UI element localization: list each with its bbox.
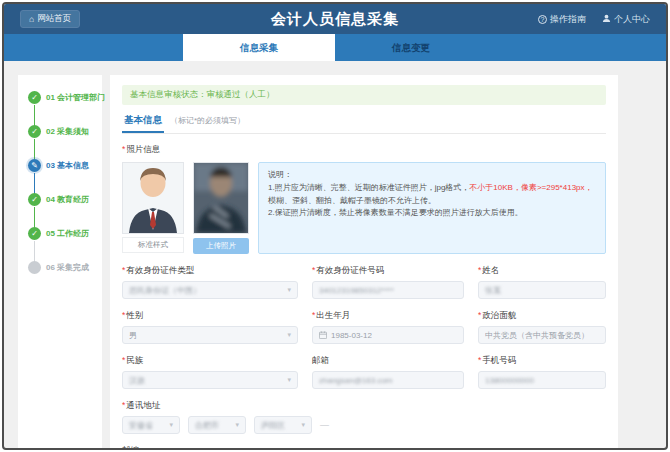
- name-value: 张某: [485, 285, 501, 296]
- form-row-1: *有效身份证件类型 居民身份证（中国） ▾ *有效身份证件号码 34012319…: [122, 265, 606, 299]
- guide-label: 操作指南: [550, 13, 586, 26]
- user-icon: [602, 14, 611, 25]
- upload-photo-button[interactable]: 上传照片: [193, 238, 249, 254]
- step-basic-info[interactable]: ✎ 03 基本信息: [28, 159, 96, 172]
- district-value: 庐阳区: [261, 420, 285, 431]
- address-label: 通讯地址: [126, 400, 160, 410]
- phone-input[interactable]: 13800000000: [478, 371, 606, 389]
- name-label: 姓名: [482, 265, 499, 275]
- step-work-history[interactable]: ✓ 05 工作经历: [28, 227, 96, 240]
- politics-label: 政治面貌: [482, 310, 516, 320]
- personal-center-label: 个人中心: [614, 13, 650, 26]
- tab-info-collect[interactable]: 信息采集: [183, 34, 335, 61]
- chevron-down-icon: ▾: [287, 331, 291, 339]
- step-label: 05 工作经历: [46, 228, 89, 239]
- home-button[interactable]: ⌂ 网站首页: [20, 10, 80, 28]
- audit-status-banner: 基本信息审核状态：审核通过（人工）: [122, 85, 606, 105]
- section-tab-row: 基本信息 （标记*的必须填写）: [122, 114, 606, 134]
- id-type-field: *有效身份证件类型 居民身份证（中国） ▾: [122, 265, 298, 299]
- gender-select[interactable]: 男 ▾: [122, 326, 298, 344]
- gender-value: 男: [129, 330, 137, 341]
- birth-date-input[interactable]: 1985-03-12: [312, 326, 464, 344]
- note-line-2: 2.保证照片清晰度，禁止将像素数量不满足要求的照片进行放大后使用。: [268, 207, 596, 220]
- gender-field: *性别 男 ▾: [122, 310, 298, 344]
- id-number-label: 有效身份证件号码: [316, 265, 384, 275]
- email-value: zhangsan@163.com: [319, 376, 393, 385]
- chevron-down-icon: ▾: [169, 421, 173, 429]
- form-row-address: *通讯地址 安徽省 ▾ 合肥市 ▾ 庐阳区 ▾: [122, 400, 606, 434]
- city-value: 合肥市: [195, 420, 219, 431]
- check-icon: ✓: [28, 91, 41, 104]
- step-complete: 06 采集完成: [28, 261, 96, 274]
- id-type-value: 居民身份证（中国）: [129, 285, 201, 296]
- note-line-1: 1.照片应为清晰、完整、近期的标准证件照片，jpg格式，不小于10KB，像素>=…: [268, 182, 596, 208]
- home-button-label: 网站首页: [37, 13, 71, 25]
- name-input[interactable]: 张某: [478, 281, 606, 299]
- photo-info-label: *照片信息: [122, 144, 606, 156]
- sample-photo-caption: 标准样式: [122, 237, 184, 253]
- id-type-select[interactable]: 居民身份证（中国） ▾: [122, 281, 298, 299]
- address-city-select[interactable]: 合肥市 ▾: [188, 416, 246, 434]
- postcode-field: 邮编 230000: [122, 445, 606, 448]
- check-icon: ✓: [28, 193, 41, 206]
- photo-instructions: 说明： 1.照片应为清晰、完整、近期的标准证件照片，jpg格式，不小于10KB，…: [258, 162, 606, 254]
- step-accounting-dept[interactable]: ✓ 01 会计管理部门: [28, 91, 96, 104]
- user-photo-column: 上传照片: [193, 162, 249, 254]
- note-title: 说明：: [268, 169, 596, 182]
- postcode-label: 邮编: [122, 445, 139, 448]
- personal-center-link[interactable]: 个人中心: [602, 13, 650, 26]
- address-province-select[interactable]: 安徽省 ▾: [122, 416, 180, 434]
- home-icon: ⌂: [29, 14, 34, 24]
- check-icon: ✓: [28, 227, 41, 240]
- address-controls: 安徽省 ▾ 合肥市 ▾ 庐阳区 ▾ —: [122, 416, 606, 434]
- nation-label: 民族: [126, 355, 143, 365]
- step-label: 02 采集须知: [46, 126, 89, 137]
- note-red-text: 不小于10KB，像素>=295*413px，: [469, 183, 592, 192]
- politics-value: 中共党员（含中共预备党员）: [485, 330, 589, 341]
- nation-field: *民族 汉族 ▾: [122, 355, 298, 389]
- basic-info-panel: 基本信息审核状态：审核通过（人工） 基本信息 （标记*的必须填写） *照片信息: [110, 75, 618, 448]
- form-row-2: *性别 男 ▾ *出生年月 1985-03-12: [122, 310, 606, 344]
- edit-icon: ✎: [28, 159, 41, 172]
- header-links: ? 操作指南 个人中心: [538, 13, 650, 26]
- chevron-down-icon: ▾: [287, 376, 291, 384]
- province-value: 安徽省: [129, 420, 153, 431]
- step-label: 01 会计管理部门: [46, 92, 105, 103]
- address-district-select[interactable]: 庐阳区 ▾: [254, 416, 312, 434]
- photo-section: 标准样式: [122, 162, 606, 254]
- politics-select[interactable]: 中共党员（含中共预备党员）: [478, 326, 606, 344]
- chevron-down-icon: ▾: [301, 421, 305, 429]
- check-icon: ✓: [28, 125, 41, 138]
- gender-label: 性别: [126, 310, 143, 320]
- address-field: *通讯地址 安徽省 ▾ 合肥市 ▾ 庐阳区 ▾: [122, 400, 606, 434]
- id-number-field: *有效身份证件号码 34012319850312****: [312, 265, 464, 299]
- uploaded-photo: [193, 162, 249, 234]
- id-number-value: 34012319850312****: [319, 286, 394, 295]
- chevron-down-icon: ▾: [287, 286, 291, 294]
- sample-photo-column: 标准样式: [122, 162, 184, 254]
- step-collect-notice[interactable]: ✓ 02 采集须知: [28, 125, 96, 138]
- form-row-3: *民族 汉族 ▾ 邮箱 zhangsan@163.com *手机号码 13800…: [122, 355, 606, 389]
- id-number-input[interactable]: 34012319850312****: [312, 281, 464, 299]
- step-education[interactable]: ✓ 04 教育经历: [28, 193, 96, 206]
- circle-icon: [28, 261, 41, 274]
- birth-date-label: 出生年月: [316, 310, 350, 320]
- required-asterisk: *: [122, 144, 125, 154]
- chevron-down-icon: ▾: [235, 421, 239, 429]
- top-header: ⌂ 网站首页 会计人员信息采集 ? 操作指南 个人中心: [4, 4, 666, 34]
- step-label: 06 采集完成: [46, 262, 89, 273]
- tab-basic-info-section[interactable]: 基本信息: [122, 114, 164, 133]
- name-field: *姓名 张某: [478, 265, 606, 299]
- form-row-postcode: 邮编 230000: [122, 445, 606, 448]
- nation-select[interactable]: 汉族 ▾: [122, 371, 298, 389]
- steps-sidebar: ✓ 01 会计管理部门 ✓ 02 采集须知 ✎ 03 基本信息 ✓ 04 教育经…: [18, 75, 102, 448]
- politics-field: *政治面貌 中共党员（含中共预备党员）: [478, 310, 606, 344]
- birth-date-field: *出生年月 1985-03-12: [312, 310, 464, 344]
- nav-tab-strip: 信息采集 信息变更: [4, 34, 666, 61]
- birth-date-value: 1985-03-12: [331, 331, 372, 340]
- tab-info-change[interactable]: 信息变更: [335, 34, 487, 61]
- calendar-icon: [319, 331, 327, 339]
- email-input[interactable]: zhangsan@163.com: [312, 371, 464, 389]
- required-hint: （标记*的必须填写）: [170, 115, 245, 126]
- guide-link[interactable]: ? 操作指南: [538, 13, 586, 26]
